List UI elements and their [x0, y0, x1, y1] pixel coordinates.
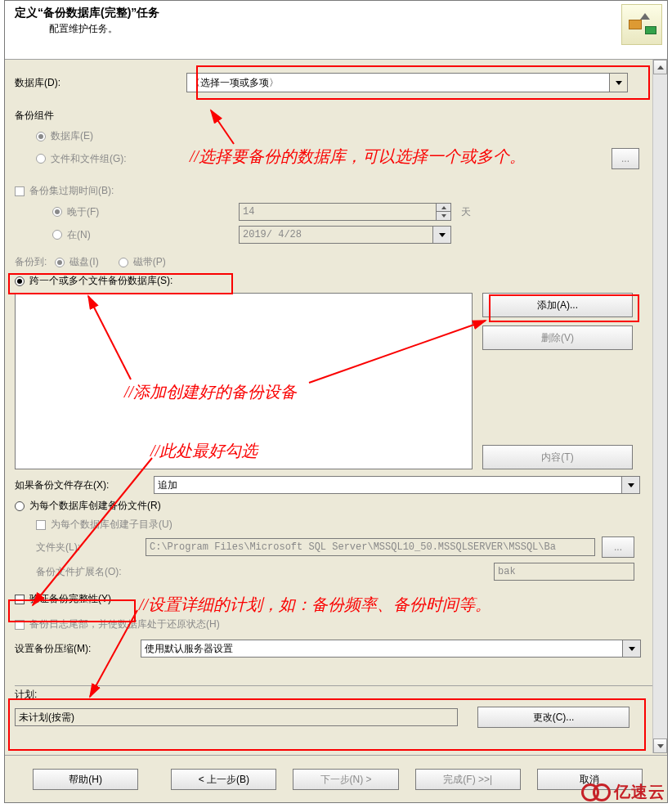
days-spinner: 14 — [239, 203, 451, 221]
radio-after-label: 晚于(F) — [67, 205, 239, 219]
radio-database — [36, 132, 46, 141]
annotation-box-verify — [8, 599, 136, 622]
database-label: 数据库(D): — [15, 76, 186, 90]
annotation-box-across — [8, 273, 233, 294]
compression-label: 设置备份压缩(M): — [15, 642, 141, 656]
ifexists-value: 追加 — [158, 478, 177, 492]
check-subdir-label: 为每个数据库创建子目录(U) — [51, 518, 172, 532]
next-button: 下一步(N) > — [293, 769, 398, 790]
ifexists-dropdown[interactable]: 追加 — [154, 476, 640, 494]
date-value: 2019/ 4/28 — [243, 229, 302, 240]
radio-tape — [119, 258, 128, 267]
days-unit: 天 — [461, 205, 471, 219]
folder-value: C:\Program Files\Microsoft SQL Server\MS… — [150, 541, 556, 553]
dialog-title: 定义“备份数据库(完整)”任务 — [15, 6, 657, 20]
compression-dropdown[interactable]: 使用默认服务器设置 — [141, 640, 641, 658]
check-subdir — [36, 520, 46, 530]
radio-disk-label: 磁盘(I) — [69, 255, 98, 269]
compression-value: 使用默认服务器设置 — [145, 642, 233, 656]
dialog-window: 定义“备份数据库(完整)”任务 配置维护任务。 数据库(D): 〈选择一项或多项… — [4, 0, 668, 803]
annotation-box-database — [196, 65, 650, 100]
folder-browse-button: ... — [602, 536, 634, 558]
chevron-down-icon[interactable] — [621, 477, 639, 493]
radio-database-label: 数据库(E) — [51, 129, 93, 143]
date-picker: 2019/ 4/28 — [239, 226, 451, 244]
dialog-body: 数据库(D): 〈选择一项或多项〉 备份组件 数据库(E) 文件和文件组(G):… — [5, 60, 667, 802]
radio-files — [36, 154, 46, 164]
back-button[interactable]: < 上一步(B) — [171, 769, 276, 790]
scroll-down[interactable] — [653, 738, 667, 753]
watermark: 亿速云 — [581, 781, 665, 803]
finish-button: 完成(F) >>| — [415, 769, 521, 790]
ext-value: bak — [498, 566, 516, 577]
help-button[interactable]: 帮助(H) — [33, 769, 138, 790]
chevron-down-icon[interactable] — [622, 640, 640, 657]
radio-on-label: 在(N) — [67, 228, 239, 242]
annotation-text-2: //添加创建好的备份设备 — [124, 381, 297, 403]
dialog-header: 定义“备份数据库(完整)”任务 配置维护任务。 — [5, 1, 667, 60]
radio-after — [52, 207, 62, 217]
annotation-box-add — [489, 294, 639, 322]
content-button: 内容(T) — [482, 445, 633, 469]
ext-label: 备份文件扩展名(O): — [36, 565, 494, 579]
radio-per-db-label: 为每个数据库创建备份文件(R) — [29, 499, 161, 513]
radio-files-label: 文件和文件组(G): — [51, 152, 127, 166]
ifexists-label: 如果备份文件存在(X): — [15, 478, 154, 492]
radio-tape-label: 磁带(P) — [133, 255, 166, 269]
expire-label: 备份集过期时间(B): — [29, 184, 114, 198]
annotation-text-1: //选择要备份的数据库，可以选择一个或多个。 — [190, 146, 647, 168]
days-value: 14 — [243, 206, 254, 218]
folder-label: 文件夹(L): — [36, 541, 146, 554]
annotation-text-3: //此处最好勾选 — [150, 440, 258, 462]
spinner-buttons — [436, 204, 450, 220]
backup-component-label: 备份组件 — [15, 109, 186, 123]
scrollbar[interactable] — [652, 60, 667, 753]
radio-disk — [55, 258, 65, 267]
folder-input: C:\Program Files\Microsoft SQL Server\MS… — [146, 538, 595, 556]
backupto-label: 备份到: — [15, 255, 47, 269]
radio-per-db[interactable] — [15, 501, 25, 511]
ext-input: bak — [494, 563, 634, 581]
task-icon — [621, 4, 662, 45]
radio-on — [52, 230, 62, 240]
remove-button: 删除(V) — [482, 325, 633, 350]
check-expire — [15, 186, 25, 196]
chevron-down-icon — [432, 227, 450, 243]
annotation-box-schedule — [8, 698, 646, 751]
annotation-text-4: //设置详细的计划，如：备份频率、备份时间等。 — [139, 594, 491, 616]
scroll-up[interactable] — [653, 60, 667, 74]
wizard-buttons: 帮助(H) < 上一步(B) 下一步(N) > 完成(F) >>| 取消 — [5, 755, 667, 802]
dialog-subtitle: 配置维护任务。 — [49, 22, 657, 36]
